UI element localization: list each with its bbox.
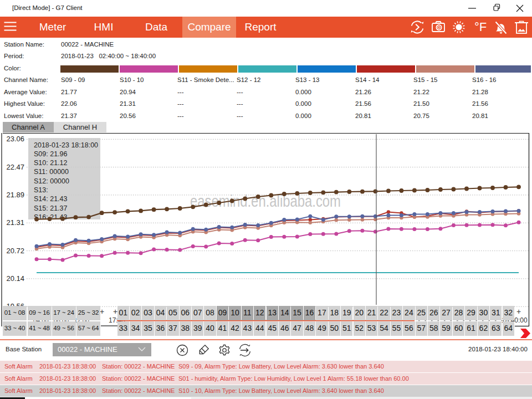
svg-text:22.47: 22.47 <box>6 163 24 171</box>
svg-text:20.14: 20.14 <box>6 274 24 283</box>
svg-text:S13:: S13: <box>34 186 48 194</box>
svg-text:20.72: 20.72 <box>6 247 24 255</box>
svg-text:21.31: 21.31 <box>6 218 24 227</box>
svg-text:21.89: 21.89 <box>6 191 24 199</box>
svg-text:S11: 00000: S11: 00000 <box>34 168 69 176</box>
svg-text:S14: 21.43: S14: 21.43 <box>34 195 68 203</box>
svg-text:S15: 21.37: S15: 21.37 <box>34 204 68 212</box>
svg-text:23.06: 23.06 <box>6 135 24 143</box>
svg-text:+: + <box>100 307 104 316</box>
svg-text:easemind.en.alibaba.com: easemind.en.alibaba.com <box>190 192 341 210</box>
svg-text:S09: 21.96: S09: 21.96 <box>34 150 68 158</box>
svg-text:S12: 00000: S12: 00000 <box>34 177 69 185</box>
svg-text:2018-01-23 18:18:00: 2018-01-23 18:18:00 <box>34 141 98 149</box>
svg-text:°F: °F <box>474 20 487 34</box>
svg-text:S10: 21.12: S10: 21.12 <box>34 159 68 167</box>
svg-text:+: + <box>516 307 521 316</box>
